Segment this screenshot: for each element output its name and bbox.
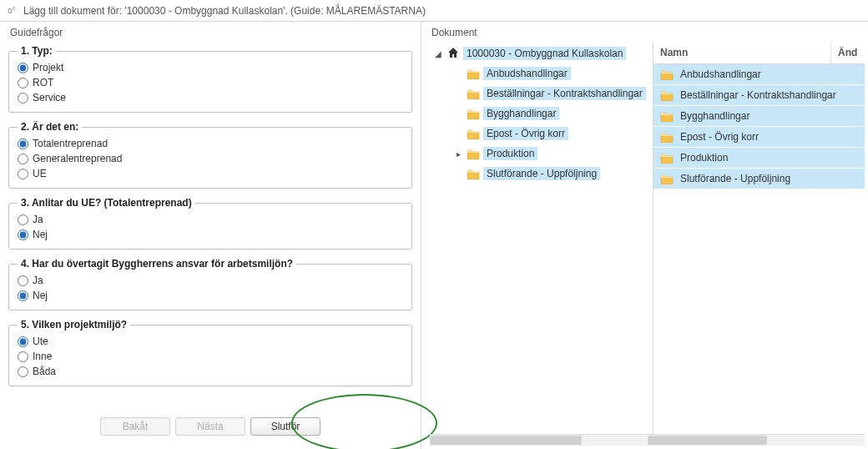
radio-input[interactable] <box>18 78 28 88</box>
list-item[interactable]: Beställningar - Kontraktshandlingar <box>654 85 865 106</box>
question-legend: 5. Vilken projektmiljö? <box>18 319 130 330</box>
question-5: 5. Vilken projektmiljö?UteInneBåda <box>8 319 412 386</box>
window-title: Lägg till dokument för: '1000030 - Ombyg… <box>23 5 426 17</box>
folder-icon <box>660 68 674 80</box>
list-scrollbar[interactable] <box>648 434 865 446</box>
list-item[interactable]: Slutförande - Uppföljning <box>654 169 865 189</box>
radio-input[interactable] <box>18 93 28 103</box>
folder-icon <box>660 110 674 122</box>
next-button[interactable]: Nästa <box>175 417 245 436</box>
folder-icon <box>660 89 674 101</box>
radio-option[interactable]: Projekt <box>18 60 403 75</box>
tree-item-label[interactable]: Beställningar - Kontraktshandlingar <box>483 87 646 100</box>
expander-icon[interactable] <box>453 68 463 78</box>
radio-input[interactable] <box>18 230 28 240</box>
folder-tree[interactable]: ◢ 1000030 - Ombyggnad Kullaskolan Anbuds… <box>430 42 654 434</box>
list-item-name: Produktion <box>680 152 865 164</box>
radio-input[interactable] <box>18 139 28 149</box>
radio-input[interactable] <box>18 214 28 225</box>
radio-label: Generalentreprenad <box>33 151 122 166</box>
back-button[interactable]: Bakåt <box>100 417 170 436</box>
list-item[interactable]: Produktion <box>654 148 865 169</box>
radio-input[interactable] <box>18 366 28 377</box>
tree-scrollbar[interactable] <box>430 434 648 446</box>
radio-option[interactable]: Totalentreprenad <box>18 136 403 151</box>
tree-item-label[interactable]: Anbudshandlingar <box>483 67 571 80</box>
radio-option[interactable]: Båda <box>18 364 403 379</box>
tree-item[interactable]: Bygghandlingar <box>430 103 653 124</box>
question-legend: 4. Har du övertagit Byggherrens ansvar f… <box>18 258 296 270</box>
radio-option[interactable]: Ja <box>18 212 403 227</box>
radio-label: Service <box>33 90 66 105</box>
radio-option[interactable]: Ja <box>18 273 403 288</box>
question-1: 1. Typ:ProjektROTService <box>8 45 412 113</box>
tree-item[interactable]: ▸Produktion <box>430 144 653 164</box>
folder-list: Namn Änd AnbudshandlingarBeställningar -… <box>654 42 865 434</box>
folder-icon <box>467 128 480 139</box>
radio-input[interactable] <box>18 290 28 301</box>
radio-input[interactable] <box>18 154 28 164</box>
documents-heading: Dokument <box>430 27 865 38</box>
radio-label: Ute <box>33 334 48 349</box>
expander-icon[interactable]: ◢ <box>433 48 443 58</box>
list-item-name: Epost - Övrig korr <box>680 131 865 143</box>
tree-item[interactable]: Beställningar - Kontraktshandlingar <box>430 83 653 103</box>
list-header: Namn Änd <box>654 42 865 64</box>
folder-icon <box>467 68 480 79</box>
tree-root-label[interactable]: 1000030 - Ombyggnad Kullaskolan <box>463 47 626 60</box>
question-legend: 2. Är det en: <box>18 121 82 133</box>
question-legend: 3. Anlitar du UE? (Totalentreprenad) <box>18 197 195 209</box>
expander-icon[interactable] <box>453 129 463 139</box>
list-item-name: Anbudshandlingar <box>680 68 865 80</box>
radio-label: Nej <box>33 288 48 303</box>
tree-item[interactable]: Slutförande - Uppföljning <box>430 164 653 184</box>
radio-option[interactable]: Generalentreprenad <box>18 151 403 166</box>
radio-option[interactable]: Inne <box>18 349 403 364</box>
question-2: 2. Är det en:TotalentreprenadGeneralentr… <box>8 121 412 189</box>
list-item[interactable]: Anbudshandlingar <box>654 64 865 85</box>
radio-input[interactable] <box>18 169 28 179</box>
radio-label: Totalentreprenad <box>33 136 108 151</box>
question-4: 4. Har du övertagit Byggherrens ansvar f… <box>8 258 412 310</box>
guide-heading: Guidefrågor <box>8 27 412 38</box>
tree-item-label[interactable]: Epost - Övrig korr <box>483 127 568 140</box>
radio-input[interactable] <box>18 336 28 347</box>
radio-label: Nej <box>33 227 48 242</box>
finish-button[interactable]: Slutför <box>250 417 320 436</box>
expander-icon[interactable] <box>453 169 463 179</box>
folder-icon <box>467 148 480 159</box>
radio-option[interactable]: Service <box>18 90 403 105</box>
folder-icon <box>467 108 480 119</box>
column-modified[interactable]: Änd <box>831 42 865 63</box>
wizard-buttons: Bakåt Nästa Slutför <box>0 417 421 436</box>
list-item[interactable]: Bygghandlingar <box>654 106 865 127</box>
expander-icon[interactable]: ▸ <box>453 149 463 159</box>
list-item[interactable]: Epost - Övrig korr <box>654 127 865 148</box>
folder-icon <box>660 173 674 184</box>
expander-icon[interactable] <box>453 88 463 98</box>
radio-input[interactable] <box>18 63 28 73</box>
column-name[interactable]: Namn <box>654 42 831 63</box>
tree-item[interactable]: Anbudshandlingar <box>430 63 653 83</box>
radio-option[interactable]: UE <box>18 166 403 181</box>
radio-input[interactable] <box>18 351 28 362</box>
radio-input[interactable] <box>18 275 28 286</box>
radio-label: ROT <box>33 75 53 90</box>
tree-item-label[interactable]: Slutförande - Uppföljning <box>483 167 600 180</box>
radio-option[interactable]: Ute <box>18 334 403 349</box>
question-legend: 1. Typ: <box>18 45 56 57</box>
radio-label: Ja <box>33 212 43 227</box>
folder-icon <box>660 152 674 164</box>
list-item-name: Bygghandlingar <box>680 110 865 122</box>
radio-label: Ja <box>33 273 43 288</box>
radio-label: UE <box>33 166 47 181</box>
radio-option[interactable]: ROT <box>18 75 403 90</box>
tree-item-label[interactable]: Produktion <box>483 147 537 160</box>
radio-option[interactable]: Nej <box>18 288 403 303</box>
radio-label: Båda <box>33 364 56 379</box>
radio-option[interactable]: Nej <box>18 227 403 242</box>
tree-item[interactable]: Epost - Övrig korr <box>430 124 653 144</box>
tree-item-label[interactable]: Bygghandlingar <box>483 107 559 120</box>
expander-icon[interactable] <box>453 108 463 119</box>
tree-root[interactable]: ◢ 1000030 - Ombyggnad Kullaskolan <box>430 43 653 63</box>
